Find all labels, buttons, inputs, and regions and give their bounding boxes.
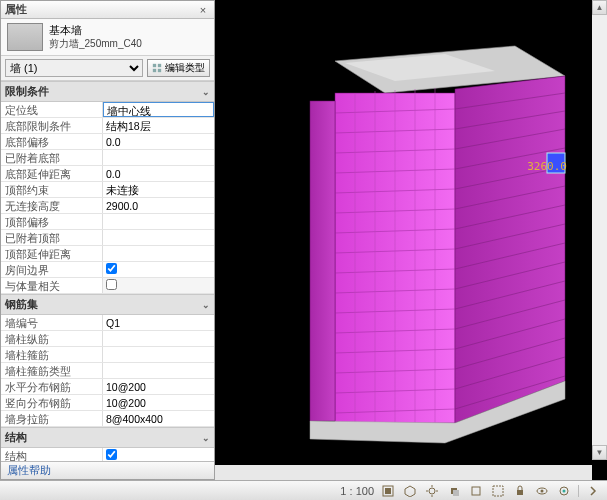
property-row[interactable]: 底部延伸距离0.0	[1, 166, 214, 182]
instance-filter-select[interactable]: 墙 (1)	[5, 59, 143, 77]
scale-label[interactable]: 1 : 100	[340, 485, 374, 497]
property-row[interactable]: 墙编号Q1	[1, 315, 214, 331]
property-value	[103, 278, 214, 293]
property-value[interactable]: 墙中心线	[103, 102, 214, 117]
property-label: 无连接高度	[1, 198, 103, 213]
viewport-hscrollbar[interactable]	[215, 465, 592, 480]
panel-header: 属性 ×	[1, 1, 214, 19]
property-label: 顶部偏移	[1, 214, 103, 229]
property-label: 墙柱纵筋	[1, 331, 103, 346]
property-row[interactable]: 顶部偏移	[1, 214, 214, 230]
viewport-vscrollbar[interactable]: ▲ ▼	[592, 0, 607, 460]
property-value[interactable]	[103, 262, 214, 277]
property-value[interactable]	[103, 150, 214, 165]
properties-help-link[interactable]: 属性帮助	[7, 464, 51, 476]
property-label: 与体量相关	[1, 278, 103, 293]
property-row[interactable]: 墙柱箍筋类型	[1, 363, 214, 379]
svg-point-51	[429, 488, 435, 494]
property-row[interactable]: 墙柱纵筋	[1, 331, 214, 347]
property-value[interactable]: 2900.0	[103, 198, 214, 213]
property-value[interactable]: Q1	[103, 315, 214, 330]
property-row[interactable]: 顶部约束未连接	[1, 182, 214, 198]
property-value[interactable]: 10@200	[103, 395, 214, 410]
crop-region-icon[interactable]	[490, 483, 506, 498]
type-family-label: 基本墙	[49, 24, 142, 37]
panel-title: 属性	[5, 2, 192, 17]
property-value[interactable]	[103, 363, 214, 378]
svg-point-64	[563, 489, 566, 492]
property-value[interactable]	[103, 331, 214, 346]
scroll-down-button[interactable]: ▼	[592, 445, 607, 460]
group-name: 钢筋集	[5, 297, 202, 312]
chevron-down-icon: ⌄	[202, 433, 210, 443]
property-row[interactable]: 定位线墙中心线	[1, 102, 214, 118]
visual-style-icon[interactable]	[402, 483, 418, 498]
group-name: 限制条件	[5, 84, 202, 99]
property-checkbox	[106, 279, 117, 290]
property-row[interactable]: 房间边界	[1, 262, 214, 278]
property-label: 水平分布钢筋	[1, 379, 103, 394]
svg-rect-60	[517, 490, 523, 495]
view-control-bar: 1 : 100	[0, 480, 607, 500]
property-group-header[interactable]: 限制条件⌄	[1, 81, 214, 102]
detail-level-icon[interactable]	[380, 483, 396, 498]
property-label: 顶部约束	[1, 182, 103, 197]
building-model	[215, 0, 607, 480]
property-label: 墙身拉筋	[1, 411, 103, 426]
property-row[interactable]: 顶部延伸距离	[1, 246, 214, 262]
svg-rect-57	[453, 490, 459, 496]
type-selector-row[interactable]: 基本墙 剪力墙_250mm_C40	[1, 19, 214, 56]
property-value[interactable]: 结构18层	[103, 118, 214, 133]
property-checkbox[interactable]	[106, 263, 117, 274]
property-value[interactable]	[103, 246, 214, 261]
property-value[interactable]	[103, 214, 214, 229]
chevron-right-icon[interactable]	[585, 483, 601, 498]
scroll-up-button[interactable]: ▲	[592, 0, 607, 15]
edit-type-button[interactable]: 编辑类型	[147, 59, 210, 77]
property-row[interactable]: 已附着顶部	[1, 230, 214, 246]
svg-rect-49	[385, 488, 391, 494]
property-row[interactable]: 墙柱箍筋	[1, 347, 214, 363]
property-group-header[interactable]: 结构⌄	[1, 427, 214, 448]
property-row[interactable]: 底部限制条件结构18层	[1, 118, 214, 134]
temporary-hide-icon[interactable]	[534, 483, 550, 498]
property-value[interactable]: 未连接	[103, 182, 214, 197]
svg-point-62	[541, 489, 544, 492]
property-value[interactable]	[103, 230, 214, 245]
property-row[interactable]: 已附着底部	[1, 150, 214, 166]
model-viewport[interactable]: 3260.0 ▲ ▼	[215, 0, 607, 480]
svg-marker-50	[405, 486, 415, 497]
property-row[interactable]: 无连接高度2900.0	[1, 198, 214, 214]
property-group-header[interactable]: 钢筋集⌄	[1, 294, 214, 315]
properties-list[interactable]: 限制条件⌄定位线墙中心线底部限制条件结构18层底部偏移0.0已附着底部底部延伸距…	[1, 81, 214, 461]
shadows-icon[interactable]	[446, 483, 462, 498]
property-value[interactable]	[103, 448, 214, 461]
property-label: 结构	[1, 448, 103, 461]
property-row[interactable]: 与体量相关	[1, 278, 214, 294]
help-bar: 属性帮助	[1, 461, 214, 479]
reveal-hidden-icon[interactable]	[556, 483, 572, 498]
svg-rect-2	[153, 69, 156, 72]
dimension-label: 3260.0	[527, 160, 567, 173]
property-checkbox[interactable]	[106, 449, 117, 460]
property-label: 已附着底部	[1, 150, 103, 165]
property-label: 顶部延伸距离	[1, 246, 103, 261]
property-value[interactable]: 0.0	[103, 166, 214, 181]
property-value[interactable]	[103, 347, 214, 362]
edit-type-label: 编辑类型	[165, 61, 205, 75]
property-row[interactable]: 底部偏移0.0	[1, 134, 214, 150]
property-row[interactable]: 墙身拉筋8@400x400	[1, 411, 214, 427]
lock-icon[interactable]	[512, 483, 528, 498]
property-value[interactable]: 0.0	[103, 134, 214, 149]
property-value[interactable]: 8@400x400	[103, 411, 214, 426]
property-row[interactable]: 水平分布钢筋10@200	[1, 379, 214, 395]
crop-view-icon[interactable]	[468, 483, 484, 498]
property-value[interactable]: 10@200	[103, 379, 214, 394]
property-row[interactable]: 竖向分布钢筋10@200	[1, 395, 214, 411]
svg-rect-59	[493, 486, 503, 496]
close-icon[interactable]: ×	[196, 4, 210, 16]
sun-path-icon[interactable]	[424, 483, 440, 498]
svg-rect-8	[310, 101, 335, 421]
instance-filter-row: 墙 (1) 编辑类型	[1, 56, 214, 81]
property-row[interactable]: 结构	[1, 448, 214, 461]
